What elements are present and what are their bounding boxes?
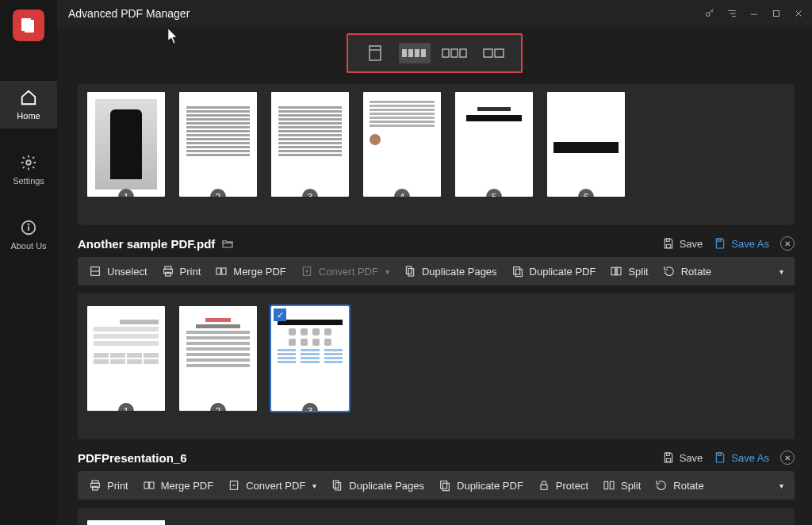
page-thumb[interactable]: 1 [87, 92, 165, 197]
convert-button[interactable]: Convert PDF▾ [228, 479, 316, 492]
page-number-badge: 2 [210, 189, 226, 197]
convert-button[interactable]: Convert PDF▾ [301, 265, 389, 278]
page-thumb[interactable]: 4 [363, 92, 441, 197]
chevron-down-icon: ▾ [312, 481, 316, 490]
section-toolbar: Unselect Print Merge PDF Convert PDF▾ Du… [78, 257, 795, 285]
svg-point-5 [29, 224, 29, 224]
sidebar-item-home[interactable]: Home [0, 81, 57, 128]
rotate-button[interactable]: Rotate [655, 479, 703, 492]
window-controls [704, 8, 804, 19]
svg-rect-44 [666, 458, 670, 462]
split-button[interactable]: Split [610, 265, 648, 278]
section-actions: Save Save As ✕ [662, 450, 795, 465]
duplicate-pdf-button[interactable]: Duplicate PDF [511, 265, 596, 278]
thumb-row [87, 517, 785, 525]
view-mode-toolbar-wrap [57, 27, 812, 84]
svg-rect-16 [402, 49, 407, 57]
save-as-icon [714, 237, 726, 250]
svg-rect-32 [165, 272, 170, 276]
app-logo [13, 10, 44, 41]
section-toolbar: Print Merge PDF Convert PDF▾ Duplicate P… [78, 471, 795, 500]
protect-button[interactable]: Protect [538, 479, 588, 492]
thumb-row: 1 2 ✓ 3 [87, 303, 785, 422]
view-mode-grid-medium[interactable] [439, 43, 470, 63]
page-thumb[interactable]: ✓ 3 [271, 306, 349, 411]
save-as-icon [714, 451, 726, 464]
sidebar-item-label: Home [17, 111, 40, 121]
page-thumb[interactable] [87, 520, 165, 525]
save-button[interactable]: Save [662, 237, 703, 250]
section-actions: Save Save As ✕ [662, 236, 795, 251]
content-scroll[interactable]: 1 2 3 4 5 6 Another sample PDF.pdf Save … [57, 84, 812, 525]
print-button[interactable]: Print [162, 265, 201, 278]
duplicate-pdf-icon [439, 479, 451, 492]
svg-rect-58 [610, 481, 614, 489]
sidebar-item-about[interactable]: About Us [0, 211, 57, 259]
svg-rect-34 [222, 268, 226, 274]
section-title-text: PDFPresentation_6 [78, 451, 187, 465]
section-thumb-pane: 1 2 ✓ 3 [78, 293, 795, 439]
sidebar-item-settings[interactable]: Settings [0, 146, 57, 194]
more-button[interactable]: ▾ [778, 481, 783, 490]
split-button[interactable]: Split [603, 479, 641, 492]
close-icon[interactable] [793, 8, 804, 19]
section-title: Another sample PDF.pdf [78, 237, 234, 251]
close-section-button[interactable]: ✕ [780, 450, 795, 465]
view-mode-single[interactable] [359, 43, 391, 63]
svg-rect-14 [370, 46, 381, 60]
unselect-button[interactable]: Unselect [89, 265, 147, 278]
thumb-row-top: 1 2 3 4 5 6 [87, 89, 785, 208]
info-icon [20, 219, 37, 236]
duplicate-pages-button[interactable]: Duplicate Pages [404, 265, 497, 278]
close-section-button[interactable]: ✕ [780, 236, 795, 251]
duplicate-pdf-icon [511, 265, 524, 278]
merge-icon [143, 479, 155, 492]
sidebar: Home Settings About Us [0, 0, 57, 525]
maximize-icon[interactable] [771, 8, 782, 19]
unselect-icon [89, 265, 102, 278]
section-title-text: Another sample PDF.pdf [78, 237, 215, 251]
view-mode-grid-large[interactable] [478, 43, 510, 63]
key-icon[interactable] [704, 8, 715, 19]
duplicate-pages-button[interactable]: Duplicate Pages [331, 479, 424, 492]
home-icon [20, 89, 37, 106]
view-mode-grid-small[interactable] [399, 43, 431, 63]
page-thumb[interactable]: 3 [271, 92, 349, 197]
save-label: Save [680, 452, 703, 464]
save-label: Save [680, 238, 703, 250]
svg-rect-52 [334, 481, 339, 488]
sidebar-nav: Home Settings About Us [0, 81, 57, 259]
merge-button[interactable]: Merge PDF [143, 479, 213, 492]
minimize-icon[interactable] [749, 8, 760, 19]
open-folder-icon[interactable] [221, 237, 234, 250]
page-thumb[interactable]: 6 [547, 92, 625, 197]
svg-rect-48 [93, 486, 98, 490]
menu-icon[interactable] [726, 8, 737, 19]
duplicate-pdf-button[interactable]: Duplicate PDF [439, 479, 523, 492]
save-as-button[interactable]: Save As [714, 237, 769, 250]
section-header: Another sample PDF.pdf Save Save As ✕ [78, 236, 795, 251]
svg-rect-27 [718, 239, 722, 241]
rotate-icon [655, 479, 668, 492]
print-button[interactable]: Print [89, 479, 128, 492]
save-button[interactable]: Save [662, 451, 703, 464]
svg-rect-38 [513, 267, 519, 274]
section-thumb-pane [78, 508, 795, 525]
svg-point-2 [26, 160, 31, 165]
page-thumb[interactable]: 2 [179, 92, 257, 197]
page-thumb[interactable]: 2 [179, 306, 257, 411]
merge-button[interactable]: Merge PDF [215, 265, 285, 278]
svg-rect-39 [515, 269, 522, 276]
save-as-label: Save As [731, 238, 769, 250]
top-thumb-pane: 1 2 3 4 5 6 [78, 84, 795, 225]
page-thumb[interactable]: 1 [87, 306, 165, 411]
rotate-button[interactable]: Rotate [663, 265, 711, 278]
save-as-button[interactable]: Save As [714, 451, 769, 464]
page-number-badge: 1 [118, 189, 134, 197]
more-button[interactable]: ▾ [778, 267, 783, 276]
page-thumb[interactable]: 5 [455, 92, 533, 197]
svg-rect-43 [666, 453, 669, 455]
svg-rect-21 [451, 49, 458, 57]
svg-rect-22 [460, 49, 466, 57]
titlebar: Advanced PDF Manager [57, 0, 812, 27]
